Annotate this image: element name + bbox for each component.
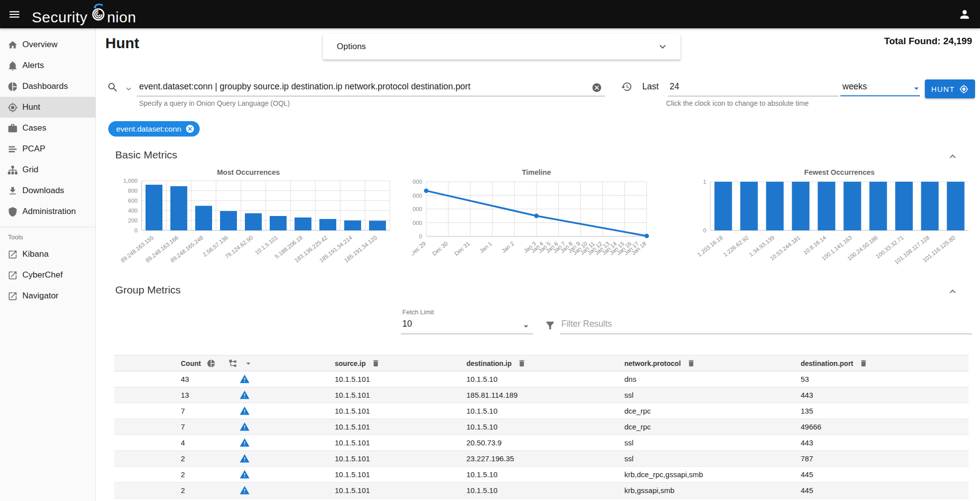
cell-count[interactable]: 2 xyxy=(181,467,185,482)
cell-source-ip[interactable]: 10.1.5.101 xyxy=(335,403,370,419)
bar-1-203-16-18[interactable] xyxy=(714,182,732,230)
bar-100-24-50-186[interactable] xyxy=(869,182,887,230)
column-delete-icon[interactable] xyxy=(518,359,526,367)
cell-destination-port[interactable]: 49666 xyxy=(801,419,822,434)
sidebar-item-administration[interactable]: Administration xyxy=(0,201,95,222)
column-header-network-protocol[interactable]: network.protocol xyxy=(624,356,695,371)
table-row[interactable]: 210.1.5.10110.1.5.10krb,dce_rpc,gssapi,s… xyxy=(114,467,969,483)
bar-101-116-125-80[interactable] xyxy=(947,182,964,230)
chevron-down-icon[interactable] xyxy=(657,41,669,53)
column-header-destination-ip[interactable]: destination.ip xyxy=(466,356,526,371)
cell-count[interactable]: 7 xyxy=(181,403,185,419)
table-row[interactable]: 710.1.5.10110.1.5.10dce_rpc49666 xyxy=(114,419,969,435)
cell-destination-port[interactable]: 445 xyxy=(801,467,813,482)
group-metrics-collapse-icon[interactable] xyxy=(947,286,959,297)
bar-89-248-163-155[interactable] xyxy=(146,185,162,230)
sidebar-item-dashboards[interactable]: Dashboards xyxy=(0,76,95,97)
cell-source-ip[interactable]: 10.1.5.101 xyxy=(335,483,370,498)
basic-metrics-collapse-icon[interactable] xyxy=(947,150,959,162)
bar-1-34-93-139[interactable] xyxy=(766,182,783,230)
bar-10-53-244-181[interactable] xyxy=(792,182,809,230)
sidebar-item-alerts[interactable]: Alerts xyxy=(0,55,95,76)
table-row[interactable]: 210.1.5.10110.1.5.10krb,gssapi,smb445 xyxy=(114,483,969,499)
duration-input[interactable]: 24 xyxy=(670,81,679,92)
cell-network-protocol[interactable]: ssl xyxy=(624,451,633,466)
bar-101-108-117-128[interactable] xyxy=(921,182,938,230)
sidebar-item-navigator[interactable]: Navigator xyxy=(0,286,95,306)
bar-10-1-5-101[interactable] xyxy=(270,216,287,230)
bar-100-1-141-163[interactable] xyxy=(843,182,861,230)
cell-count[interactable]: 4 xyxy=(181,435,185,450)
cell-destination-ip[interactable]: 10.1.5.10 xyxy=(466,419,498,434)
table-row[interactable]: 4310.1.5.10110.1.5.10dns53 xyxy=(114,371,969,387)
point-jan-3[interactable] xyxy=(534,214,539,218)
bar-10-8-16-14[interactable] xyxy=(818,182,835,230)
cell-destination-port[interactable]: 53 xyxy=(801,371,809,387)
cell-destination-ip[interactable]: 20.50.73.9 xyxy=(466,435,502,450)
fewest-occurrences-chart[interactable]: Fewest Occurrences011.203.16.181.226.62.… xyxy=(695,167,980,279)
sidebar-item-downloads[interactable]: Downloads xyxy=(0,180,95,201)
bar-89-248-163-166[interactable] xyxy=(170,186,187,230)
bar-79-124-62-90[interactable] xyxy=(245,214,262,231)
cell-count[interactable]: 13 xyxy=(181,387,189,403)
cell-source-ip[interactable]: 10.1.5.101 xyxy=(335,435,370,450)
cell-destination-port[interactable]: 445 xyxy=(801,483,813,498)
bar-1-226-62-92[interactable] xyxy=(740,182,757,230)
sidebar-item-cases[interactable]: Cases xyxy=(0,118,95,139)
hunt-button[interactable]: HUNT xyxy=(925,79,975,98)
account-icon[interactable] xyxy=(958,8,971,21)
row-warning-icon[interactable] xyxy=(239,406,250,416)
cell-destination-port[interactable]: 135 xyxy=(801,403,813,419)
cell-count[interactable]: 2 xyxy=(181,483,185,498)
column-header-count[interactable]: Count xyxy=(181,356,253,371)
cell-network-protocol[interactable]: krb,dce_rpc,gssapi,smb xyxy=(624,467,703,482)
column-delete-icon[interactable] xyxy=(859,359,868,367)
cell-source-ip[interactable]: 10.1.5.101 xyxy=(335,387,370,403)
fetch-limit-select[interactable]: 10 xyxy=(402,319,412,329)
cell-network-protocol[interactable]: ssl xyxy=(624,387,633,403)
most-occurrences-chart[interactable]: Most Occurrences02004006008001,00089.248… xyxy=(112,167,400,279)
duration-unit-select[interactable]: weeks xyxy=(842,81,867,92)
row-warning-icon[interactable] xyxy=(239,374,250,384)
filter-results-input[interactable]: Filter Results xyxy=(561,319,612,329)
column-header-source-ip[interactable]: source.ip xyxy=(335,356,380,371)
cell-destination-ip[interactable]: 10.1.5.10 xyxy=(466,371,498,387)
groupby-dropdown-icon[interactable] xyxy=(243,358,253,368)
cell-network-protocol[interactable]: ssl xyxy=(624,435,633,450)
timeline-chart[interactable]: Timeline05,00010,00015,00020,000Dec 29De… xyxy=(412,167,700,279)
cell-network-protocol[interactable]: dce_rpc xyxy=(624,419,651,434)
cell-network-protocol[interactable]: krb,gssapi,smb xyxy=(624,483,675,498)
row-warning-icon[interactable] xyxy=(239,469,250,480)
cell-destination-ip[interactable]: 23.227.196.35 xyxy=(466,451,514,466)
sidebar-item-cyberchef[interactable]: CyberChef xyxy=(0,265,95,286)
bar-100-33-32-71[interactable] xyxy=(895,182,912,230)
point-dec-29[interactable] xyxy=(424,189,429,193)
column-delete-icon[interactable] xyxy=(372,359,380,367)
row-warning-icon[interactable] xyxy=(239,485,250,496)
cell-destination-ip[interactable]: 10.1.5.10 xyxy=(466,403,498,419)
cell-destination-port[interactable]: 787 xyxy=(801,451,813,466)
bar-183-136-225-42[interactable] xyxy=(319,219,336,230)
cell-count[interactable]: 2 xyxy=(181,451,185,466)
cell-network-protocol[interactable]: dce_rpc xyxy=(624,403,651,419)
cell-destination-port[interactable]: 443 xyxy=(801,435,813,450)
sidebar-item-grid[interactable]: Grid xyxy=(0,159,95,180)
cell-source-ip[interactable]: 10.1.5.101 xyxy=(335,467,370,482)
bar-89-248-165-248[interactable] xyxy=(195,206,212,231)
table-row[interactable]: 710.1.5.10110.1.5.10dce_rpc135 xyxy=(114,403,969,419)
cell-destination-ip[interactable]: 10.1.5.10 xyxy=(466,483,498,498)
filter-chip[interactable]: event.dataset:conn xyxy=(108,121,200,137)
sidebar-item-pcap[interactable]: PCAP xyxy=(0,139,95,159)
cell-count[interactable]: 43 xyxy=(181,371,189,387)
table-row[interactable]: 410.1.5.10120.50.73.9ssl443 xyxy=(114,435,969,451)
count-pie-icon[interactable] xyxy=(207,359,216,368)
cell-count[interactable]: 7 xyxy=(181,419,185,434)
row-warning-icon[interactable] xyxy=(239,453,250,464)
chip-close-icon[interactable] xyxy=(185,124,195,134)
bar-5-188-206-18[interactable] xyxy=(295,217,311,230)
column-delete-icon[interactable] xyxy=(687,359,695,367)
cell-destination-ip[interactable]: 185.81.114.189 xyxy=(466,387,518,403)
query-input[interactable]: event.dataset:conn | groupby source.ip d… xyxy=(139,81,470,92)
sidebar-item-overview[interactable]: Overview xyxy=(0,34,95,55)
bar-2-56-57-136[interactable] xyxy=(220,211,237,230)
